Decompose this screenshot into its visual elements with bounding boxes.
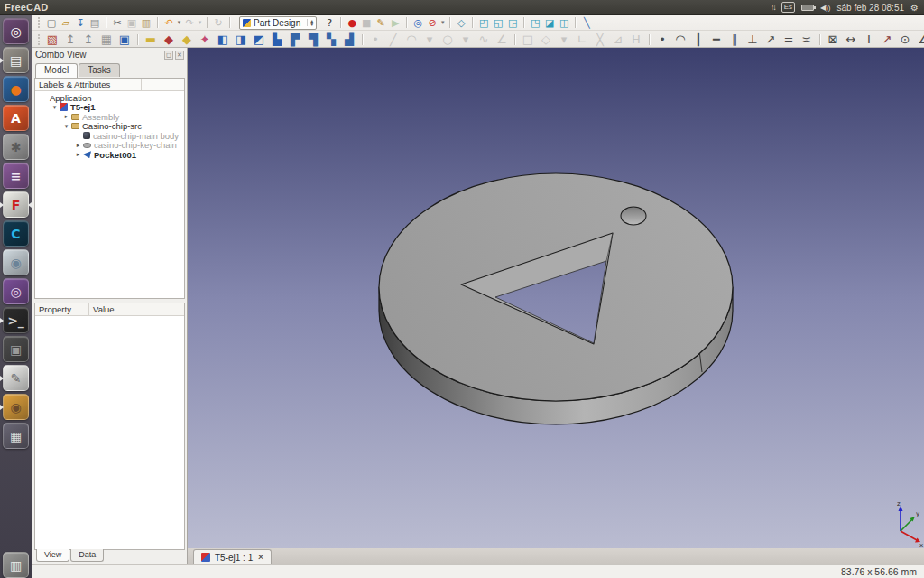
- launcher-item-dark-box-app[interactable]: ▣: [3, 336, 29, 362]
- toolbar-handle[interactable]: [38, 17, 41, 28]
- constraint-distance-icon[interactable]: ↗: [878, 32, 896, 48]
- launcher-item-ubuntu-software[interactable]: A: [3, 105, 29, 131]
- workbench-selector[interactable]: Part Design ▲▼: [239, 16, 317, 30]
- groove-icon[interactable]: ▚: [322, 32, 340, 48]
- constraint-symmetric-icon[interactable]: ≍: [798, 32, 816, 48]
- additive-pipe-icon[interactable]: ▙: [268, 32, 286, 48]
- create-body-icon[interactable]: ▣: [116, 32, 134, 48]
- view-rear-icon[interactable]: ◳: [528, 16, 542, 29]
- tab-model[interactable]: Model: [35, 63, 78, 78]
- constraint-h-distance-icon[interactable]: ↔: [842, 32, 860, 48]
- property-column-value[interactable]: Value: [89, 303, 184, 315]
- constraint-perpendicular-icon[interactable]: ⊥: [744, 32, 762, 48]
- launcher-item-dash-home[interactable]: ◎: [3, 18, 29, 44]
- constraint-equal-icon[interactable]: =: [780, 32, 798, 48]
- view-front-icon[interactable]: ◰: [476, 16, 491, 29]
- save-icon[interactable]: ↧: [73, 16, 88, 29]
- tab-tasks[interactable]: Tasks: [79, 63, 120, 77]
- launcher-item-files[interactable]: ▤: [3, 47, 29, 73]
- constraint-horizontal-icon[interactable]: ━: [707, 32, 725, 48]
- view-top-icon[interactable]: ◱: [491, 16, 505, 29]
- print-icon[interactable]: ▤: [88, 16, 102, 29]
- paste-icon[interactable]: ▥: [139, 16, 153, 29]
- battery-icon[interactable]: [801, 5, 814, 11]
- constraint-v-distance-icon[interactable]: I: [860, 32, 878, 48]
- tree-item-t5-ej1[interactable]: ▾T5-ej1: [37, 103, 184, 113]
- panel-float-icon[interactable]: ◻: [164, 51, 173, 60]
- edit-placement-icon[interactable]: ▧: [43, 32, 61, 48]
- edit-sketch-icon[interactable]: ◆: [160, 32, 178, 48]
- panel-close-icon[interactable]: ✕: [175, 51, 184, 60]
- undo-icon[interactable]: ↶: [162, 16, 176, 29]
- revolution-icon[interactable]: ◨: [232, 32, 250, 48]
- cut-icon[interactable]: ✂: [110, 16, 125, 29]
- launcher-item-purple-window-app[interactable]: ≡: [3, 163, 29, 189]
- launcher-item-c-app[interactable]: C: [3, 220, 29, 247]
- document-tab[interactable]: T5-ej1 : 1 ✕: [193, 549, 272, 564]
- tab-data[interactable]: Data: [70, 549, 104, 562]
- pad-icon[interactable]: ◧: [214, 32, 232, 48]
- whats-this-icon[interactable]: ?: [322, 16, 337, 29]
- tree-item-pocket001[interactable]: ▸Pocket001: [37, 150, 184, 160]
- view-axonometric-icon[interactable]: ◇: [454, 16, 468, 29]
- view-right-icon[interactable]: ◲: [505, 16, 520, 29]
- validate-sketch-icon[interactable]: ↥: [61, 32, 79, 48]
- 3d-viewport[interactable]: z y x: [188, 48, 924, 548]
- open-file-icon[interactable]: ▱: [59, 16, 73, 29]
- additive-loft-icon[interactable]: ◩: [250, 32, 268, 48]
- tree-item-assembly[interactable]: ▸Assembly: [37, 112, 184, 122]
- combobox-spin-arrows[interactable]: ▲▼: [307, 19, 314, 26]
- tree-item-application[interactable]: Application: [37, 93, 184, 103]
- pocket-icon[interactable]: ▛: [286, 32, 304, 48]
- constraint-tangent-icon[interactable]: ↗: [762, 32, 780, 48]
- undo-menu-icon[interactable]: ▾: [176, 16, 182, 29]
- launcher-item-trash[interactable]: ▥: [3, 552, 29, 578]
- launcher-item-system-settings[interactable]: ✱: [3, 134, 29, 160]
- tree-expander-icon[interactable]: ▸: [74, 151, 82, 158]
- constraint-parallel-icon[interactable]: ∥: [725, 32, 744, 48]
- clock[interactable]: sáb feb 28 08:51: [837, 3, 905, 13]
- launcher-item-firefox[interactable]: ●: [3, 76, 29, 102]
- create-sketch-icon[interactable]: ▬: [142, 32, 160, 48]
- constraint-point-on-object-icon[interactable]: ◠: [671, 32, 689, 48]
- tree-expander-icon[interactable]: ▾: [51, 104, 59, 111]
- launcher-item-cheese[interactable]: ◎: [3, 278, 29, 304]
- new-file-icon[interactable]: ▢: [44, 16, 59, 29]
- macro-edit-icon[interactable]: ✎: [374, 16, 388, 29]
- constraint-radius-icon[interactable]: ⊙: [896, 32, 914, 48]
- launcher-item-text-editor[interactable]: ✎: [3, 365, 29, 391]
- macro-record-icon[interactable]: ●: [345, 16, 359, 29]
- subtractive-loft-icon[interactable]: ▟: [340, 32, 358, 48]
- launcher-item-gimp[interactable]: ◉: [3, 394, 29, 420]
- import-datum-icon[interactable]: ↥: [79, 32, 97, 48]
- launcher-item-freecad[interactable]: F: [3, 191, 29, 218]
- image-plane-icon[interactable]: ▦: [97, 32, 116, 48]
- map-sketch-icon[interactable]: ◆: [178, 32, 196, 48]
- constraint-angle-icon[interactable]: ∠: [914, 32, 924, 48]
- tab-view[interactable]: View: [36, 549, 69, 562]
- launcher-item-workspace-switcher[interactable]: ▦: [3, 423, 29, 449]
- tree-column-header[interactable]: Labels & Attributes: [35, 79, 142, 90]
- session-gear-icon[interactable]: ⚙: [910, 3, 919, 13]
- tree-expander-icon[interactable]: ▾: [62, 123, 70, 130]
- constraint-vertical-icon[interactable]: ┃: [689, 32, 707, 48]
- draw-style-icon[interactable]: ⊘: [425, 16, 439, 29]
- measure-icon[interactable]: ╲: [579, 16, 594, 29]
- fit-all-icon[interactable]: ◎: [411, 16, 425, 29]
- tree-item-casino-chip-key-chain[interactable]: ▸casino-chip-key-chain: [37, 141, 184, 151]
- view-bottom-icon[interactable]: ◪: [542, 16, 557, 29]
- constraint-lock-icon[interactable]: ⊠: [824, 32, 842, 48]
- constraint-coincident-icon[interactable]: •: [653, 32, 671, 48]
- tree-item-casino-chip-main-body[interactable]: casino-chip-main body: [37, 131, 184, 141]
- view-left-icon[interactable]: ◫: [557, 16, 571, 29]
- tree-expander-icon[interactable]: ▸: [62, 113, 70, 120]
- property-column-property[interactable]: Property: [35, 303, 89, 315]
- tab-close-icon[interactable]: ✕: [257, 553, 264, 562]
- toolbar-handle[interactable]: [38, 34, 40, 45]
- tree-item-casino-chip-src[interactable]: ▾Casino-chip-src: [37, 122, 184, 132]
- draw-style-menu-icon[interactable]: ▾: [439, 16, 446, 29]
- launcher-item-terminal[interactable]: >_: [3, 307, 29, 333]
- network-icon[interactable]: ↑↓: [771, 3, 775, 12]
- launcher-item-chromium[interactable]: ◉: [3, 249, 29, 275]
- keyboard-layout-indicator[interactable]: Es: [781, 2, 795, 13]
